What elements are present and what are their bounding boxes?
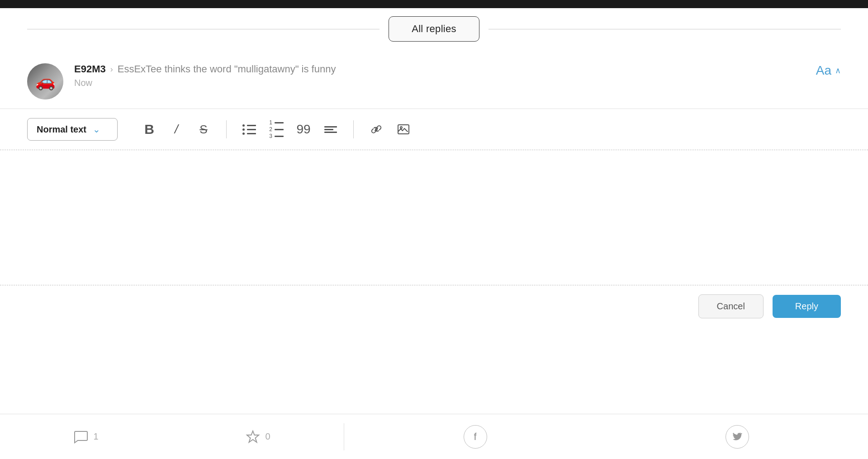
- post-title-row: E92M3 › EssExTee thinks the word "mullig…: [74, 63, 336, 75]
- bold-button[interactable]: B: [140, 120, 158, 138]
- list-line-2: [247, 129, 256, 130]
- bottom-action-bar: Cancel Reply: [0, 285, 868, 327]
- list-row-3: [242, 132, 256, 135]
- image-button[interactable]: [394, 120, 413, 138]
- quote-button[interactable]: 99: [294, 120, 313, 138]
- top-bar: [0, 0, 868, 8]
- num-row-3: 3: [269, 133, 284, 139]
- list-dot-3: [242, 132, 245, 135]
- aa-label: Aa: [816, 63, 831, 78]
- code-line-1: [324, 126, 337, 128]
- quote-icon: 99: [296, 122, 310, 137]
- toolbar-divider-1: [226, 120, 227, 138]
- media-group: [358, 120, 422, 138]
- avatar-image: [27, 63, 63, 99]
- aa-button[interactable]: Aa ∧: [816, 63, 841, 78]
- bullet-list-icon: [242, 124, 256, 135]
- toolbar-divider-2: [353, 120, 354, 138]
- svg-point-1: [400, 127, 402, 128]
- list-line-1: [247, 125, 256, 126]
- list-group: 1 2 3 99: [231, 120, 349, 138]
- numbered-list-icon: 1 2 3: [269, 120, 284, 139]
- num-label-1: 1: [269, 120, 272, 125]
- comment-count: 1: [93, 431, 98, 442]
- num-row-1: 1: [269, 120, 284, 125]
- facebook-icon: f: [474, 431, 476, 443]
- list-line-3: [247, 133, 256, 134]
- all-replies-section: All replies: [0, 8, 868, 50]
- list-row-2: [242, 128, 256, 131]
- bullet-list-button[interactable]: [240, 120, 258, 138]
- post-meta: E92M3 › EssExTee thinks the word "mullig…: [74, 63, 336, 88]
- toolbar: Normal text ⌄ B / S: [0, 109, 868, 150]
- post-description: EssExTee thinks the word "mulligatawny" …: [118, 63, 336, 75]
- breadcrumb-chevron-icon: ›: [110, 65, 113, 74]
- star-count: 0: [265, 431, 270, 442]
- submit-button[interactable]: Reply: [773, 295, 841, 318]
- star-nav-item[interactable]: 0: [245, 429, 270, 445]
- italic-button[interactable]: /: [167, 120, 185, 138]
- list-dot-2: [242, 128, 245, 131]
- avatar: [27, 63, 63, 99]
- code-block-button[interactable]: [322, 120, 340, 138]
- num-label-3: 3: [269, 133, 272, 139]
- code-line-2: [324, 129, 333, 130]
- footer-nav: 1 0 f: [0, 414, 868, 459]
- strikethrough-button[interactable]: S: [194, 120, 213, 138]
- link-button[interactable]: [367, 120, 385, 138]
- num-label-2: 2: [269, 127, 272, 132]
- list-row-1: [242, 124, 256, 127]
- format-group: B / S: [131, 120, 222, 138]
- facebook-share-button[interactable]: f: [464, 425, 487, 449]
- comment-nav-item[interactable]: 1: [73, 429, 98, 445]
- cancel-button[interactable]: Cancel: [698, 294, 764, 318]
- code-line-3: [324, 132, 337, 133]
- twitter-icon: [732, 432, 742, 442]
- image-icon: [397, 123, 410, 136]
- twitter-share-button[interactable]: [726, 425, 749, 449]
- text-style-dropdown[interactable]: Normal text ⌄: [27, 118, 118, 141]
- star-icon: [245, 429, 261, 445]
- code-block-icon: [324, 126, 337, 133]
- svg-marker-2: [247, 431, 259, 442]
- link-icon: [370, 123, 383, 136]
- username: E92M3: [74, 63, 106, 75]
- text-style-label: Normal text: [37, 124, 86, 135]
- divider-left: [27, 29, 379, 29]
- numbered-list-button[interactable]: 1 2 3: [267, 120, 285, 138]
- post-time: Now: [74, 78, 336, 88]
- editor-area[interactable]: [0, 150, 868, 285]
- list-dot-1: [242, 124, 245, 127]
- comment-icon: [73, 429, 89, 445]
- num-line-3: [275, 136, 284, 137]
- chevron-up-icon: ∧: [835, 66, 841, 76]
- num-row-2: 2: [269, 127, 284, 132]
- post-header: E92M3 › EssExTee thinks the word "mullig…: [0, 50, 868, 109]
- dropdown-chevron-icon: ⌄: [93, 124, 100, 135]
- divider-right: [489, 29, 841, 29]
- footer-right: f: [344, 425, 868, 449]
- num-line-1: [275, 122, 284, 123]
- footer-left: 1 0: [0, 429, 344, 445]
- num-line-2: [275, 129, 284, 130]
- all-replies-button[interactable]: All replies: [389, 16, 479, 42]
